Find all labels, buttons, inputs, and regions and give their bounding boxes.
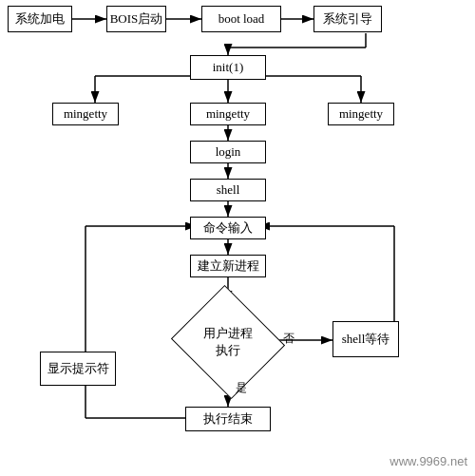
flowchart: 系统加电 BOIS启动 boot load 系统引导 init(1) minge… bbox=[0, 0, 475, 476]
yes-label: 是 bbox=[236, 380, 247, 396]
mingetty1-box: mingetty bbox=[52, 103, 119, 125]
shellwait-box: shell等待 bbox=[332, 321, 399, 357]
sysguide-box: 系统引导 bbox=[314, 6, 382, 32]
userprogress-diamond: 用户进程 执行 bbox=[182, 302, 274, 382]
bios-box: BOIS启动 bbox=[106, 6, 166, 32]
execend-box: 执行结束 bbox=[185, 407, 271, 431]
cmdinput-box: 命令输入 bbox=[190, 217, 266, 239]
bootloader-box: boot load bbox=[201, 6, 281, 32]
newprocess-box: 建立新进程 bbox=[190, 255, 266, 277]
login-box: login bbox=[190, 141, 266, 163]
showprompt-box: 显示提示符 bbox=[40, 352, 116, 386]
no-label: 否 bbox=[283, 331, 294, 347]
mingetty2-box: mingetty bbox=[190, 103, 266, 125]
shell-box: shell bbox=[190, 179, 266, 201]
watermark: www.9969.net bbox=[390, 454, 467, 468]
mingetty3-box: mingetty bbox=[328, 103, 394, 125]
power-box: 系统加电 bbox=[8, 6, 72, 32]
init-box: init(1) bbox=[190, 55, 266, 80]
